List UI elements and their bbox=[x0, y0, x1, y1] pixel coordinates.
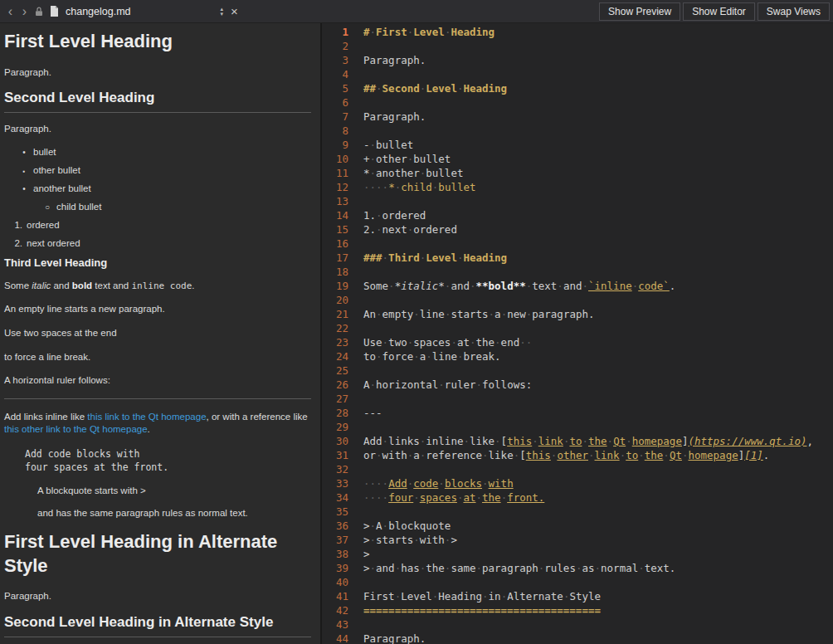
editor-line[interactable]: 24to·force·a·line·break. bbox=[322, 349, 833, 363]
line-number[interactable]: 22 bbox=[322, 321, 352, 335]
back-icon[interactable]: ‹ bbox=[3, 5, 17, 18]
markdown-source-pane[interactable]: 1#·First·Level·Heading23Paragraph.45##·S… bbox=[322, 23, 833, 644]
line-number[interactable]: 11 bbox=[322, 166, 352, 180]
editor-line[interactable]: 40 bbox=[322, 575, 833, 589]
editor-line[interactable]: 37>·starts·with·> bbox=[322, 533, 833, 547]
line-number[interactable]: 41 bbox=[322, 589, 352, 603]
line-number[interactable]: 38 bbox=[322, 547, 352, 561]
line-number[interactable]: 30 bbox=[322, 434, 352, 448]
editor-line[interactable]: 35 bbox=[322, 505, 833, 519]
line-number[interactable]: 17 bbox=[322, 251, 352, 265]
editor-line[interactable]: 152.·next·ordered bbox=[322, 222, 833, 237]
editor-line[interactable]: 32 bbox=[322, 462, 833, 476]
line-number[interactable]: 18 bbox=[322, 265, 352, 279]
editor-line[interactable]: 38> bbox=[322, 547, 833, 561]
editor-line[interactable]: 13 bbox=[322, 194, 833, 208]
swap-views-button[interactable]: Swap Views bbox=[757, 2, 830, 21]
editor-line[interactable]: 10+·other·bullet bbox=[322, 152, 833, 166]
line-number[interactable]: 12 bbox=[322, 180, 352, 194]
line-number[interactable]: 14 bbox=[322, 208, 352, 222]
line-number[interactable]: 9 bbox=[322, 138, 352, 152]
qt-homepage-link[interactable]: this link to the Qt homepage bbox=[87, 412, 206, 422]
editor-line[interactable]: 5##·Second·Level·Heading bbox=[322, 81, 833, 95]
line-number[interactable]: 8 bbox=[322, 124, 352, 138]
line-number[interactable]: 27 bbox=[322, 392, 352, 406]
show-preview-button[interactable]: Show Preview bbox=[599, 2, 680, 21]
line-number[interactable]: 16 bbox=[322, 237, 352, 251]
line-number[interactable]: 15 bbox=[322, 222, 352, 237]
line-number[interactable]: 42 bbox=[322, 603, 352, 617]
editor-line[interactable]: 31or·with·a·reference·like·[this·other·l… bbox=[322, 448, 833, 462]
editor-line[interactable]: 44Paragraph. bbox=[322, 632, 833, 644]
line-number[interactable]: 28 bbox=[322, 406, 352, 420]
editor-line[interactable]: 29 bbox=[322, 420, 833, 434]
line-number[interactable]: 23 bbox=[322, 335, 352, 349]
line-number[interactable]: 36 bbox=[322, 519, 352, 533]
editor-line[interactable]: 28--- bbox=[322, 406, 833, 420]
line-number[interactable]: 31 bbox=[322, 448, 352, 462]
line-number[interactable]: 10 bbox=[322, 152, 352, 166]
editor-line[interactable]: 30Add·links·inline·like·[this·link·to·th… bbox=[322, 434, 833, 448]
line-number[interactable]: 7 bbox=[322, 110, 352, 124]
line-number[interactable]: 43 bbox=[322, 617, 352, 632]
editor-line[interactable]: 12····*·child·bullet bbox=[322, 180, 833, 194]
line-number[interactable]: 4 bbox=[322, 67, 352, 81]
editor-line[interactable]: 39>·and·has·the·same·paragraph·rules·as·… bbox=[322, 561, 833, 575]
show-editor-button[interactable]: Show Editor bbox=[683, 2, 755, 21]
editor-line[interactable]: 26A·horizontal·ruler·follows: bbox=[322, 378, 833, 392]
markdown-preview-pane[interactable]: First Level Heading Paragraph. Second Le… bbox=[0, 23, 320, 644]
line-number[interactable]: 44 bbox=[322, 632, 352, 644]
editor-line[interactable]: 42====================================== bbox=[322, 603, 833, 617]
line-number[interactable]: 19 bbox=[322, 279, 352, 293]
editor-line[interactable]: 18 bbox=[322, 265, 833, 279]
editor-line[interactable]: 21An·empty·line·starts·a·new·paragraph. bbox=[322, 307, 833, 321]
editor-line[interactable]: 7Paragraph. bbox=[322, 110, 833, 124]
editor-line[interactable]: 34····four·spaces·at·the·front. bbox=[322, 490, 833, 505]
editor-line[interactable]: 43 bbox=[322, 617, 833, 632]
editor-line[interactable]: 23Use·two·spaces·at·the·end·· bbox=[322, 335, 833, 349]
editor-line[interactable]: 33····Add·code·blocks·with bbox=[322, 476, 833, 490]
line-number[interactable]: 25 bbox=[322, 363, 352, 378]
lock-icon[interactable] bbox=[32, 7, 46, 17]
editor-line[interactable]: 17###·Third·Level·Heading bbox=[322, 251, 833, 265]
line-number[interactable]: 40 bbox=[322, 575, 352, 589]
editor-line[interactable]: 27 bbox=[322, 392, 833, 406]
line-number[interactable]: 29 bbox=[322, 420, 352, 434]
line-number[interactable]: 5 bbox=[322, 81, 352, 95]
line-number[interactable]: 32 bbox=[322, 462, 352, 476]
line-number[interactable]: 3 bbox=[322, 53, 352, 67]
line-number[interactable]: 6 bbox=[322, 95, 352, 110]
editor-line[interactable]: 16 bbox=[322, 237, 833, 251]
forward-icon[interactable]: › bbox=[17, 5, 32, 18]
line-number[interactable]: 13 bbox=[322, 194, 352, 208]
editor-line[interactable]: 22 bbox=[322, 321, 833, 335]
line-number[interactable]: 24 bbox=[322, 349, 352, 363]
document-title[interactable]: changelog.md bbox=[66, 6, 131, 17]
line-number[interactable]: 2 bbox=[322, 39, 352, 53]
line-number[interactable]: 1 bbox=[322, 25, 352, 39]
editor-line[interactable]: 36>·A·blockquote bbox=[322, 519, 833, 533]
line-number[interactable]: 33 bbox=[322, 476, 352, 490]
editor-line[interactable]: 9-·bullet bbox=[322, 138, 833, 152]
document-switcher-icon[interactable]: ▴ ▾ bbox=[221, 7, 224, 16]
line-number[interactable]: 35 bbox=[322, 505, 352, 519]
line-number[interactable]: 34 bbox=[322, 490, 352, 505]
line-number[interactable]: 39 bbox=[322, 561, 352, 575]
line-number[interactable]: 26 bbox=[322, 378, 352, 392]
editor-line[interactable]: 41First·Level·Heading·in·Alternate·Style bbox=[322, 589, 833, 603]
editor-line[interactable]: 25 bbox=[322, 363, 833, 378]
editor-line[interactable]: 20 bbox=[322, 293, 833, 307]
editor-line[interactable]: 6 bbox=[322, 95, 833, 110]
close-document-icon[interactable]: × bbox=[231, 4, 238, 18]
editor-line[interactable]: 4 bbox=[322, 67, 833, 81]
line-number[interactable]: 37 bbox=[322, 533, 352, 547]
editor-line[interactable]: 2 bbox=[322, 39, 833, 53]
editor-line[interactable]: 1#·First·Level·Heading bbox=[322, 25, 833, 39]
editor-line[interactable]: 11*·another·bullet bbox=[322, 166, 833, 180]
editor-line[interactable]: 3Paragraph. bbox=[322, 53, 833, 67]
line-number[interactable]: 21 bbox=[322, 307, 352, 321]
line-number[interactable]: 20 bbox=[322, 293, 352, 307]
editor-line[interactable]: 8 bbox=[322, 124, 833, 138]
qt-homepage-reference-link[interactable]: this other link to the Qt homepage bbox=[4, 424, 148, 434]
editor-line[interactable]: 19Some·*italic*·and·**bold**·text·and·`i… bbox=[322, 279, 833, 293]
